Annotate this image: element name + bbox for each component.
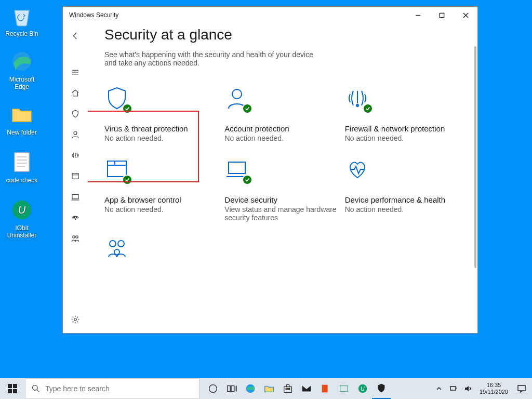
- nav-device-security[interactable]: [65, 187, 86, 207]
- tile-title: Device performance & health: [345, 195, 457, 204]
- family-icon: [104, 236, 134, 265]
- svg-text:U: U: [361, 386, 365, 392]
- iobit-icon: U: [9, 197, 34, 222]
- nav-settings[interactable]: [65, 309, 86, 330]
- desktop-icon-edge[interactable]: Microsoft Edge: [2, 49, 42, 91]
- svg-rect-50: [322, 385, 328, 393]
- svg-rect-43: [231, 386, 234, 392]
- clock-time: 16:35: [480, 382, 508, 389]
- folder-icon: [9, 102, 34, 127]
- maximize-button[interactable]: [430, 7, 454, 23]
- check-badge-icon: [122, 175, 132, 185]
- svg-rect-17: [72, 174, 78, 179]
- nav-firewall[interactable]: [65, 145, 86, 166]
- svg-point-34: [114, 249, 119, 255]
- cortana-button[interactable]: [204, 378, 222, 399]
- svg-point-15: [74, 131, 77, 135]
- clock[interactable]: 16:35 19/11/2020: [476, 382, 511, 395]
- hamburger-button[interactable]: [65, 62, 86, 83]
- taskbar-explorer[interactable]: [260, 378, 278, 399]
- page-subtitle: See what's happening with the security a…: [104, 50, 323, 67]
- desktop-icon-code-check[interactable]: code check: [2, 150, 42, 184]
- tile-title: Virus & threat protection: [104, 124, 216, 133]
- nav-family[interactable]: [65, 228, 86, 249]
- svg-rect-35: [8, 384, 12, 388]
- desktop-icon-new-folder[interactable]: New folder: [2, 102, 42, 136]
- desktop-icon-label: Microsoft Edge: [2, 76, 42, 91]
- taskbar-office[interactable]: [316, 378, 335, 399]
- tile-subtitle: No action needed.: [224, 134, 336, 142]
- tray-network-icon[interactable]: [447, 384, 460, 393]
- svg-point-23: [74, 318, 77, 321]
- svg-point-33: [118, 241, 124, 247]
- svg-point-32: [110, 241, 116, 247]
- taskbar-security[interactable]: [372, 378, 391, 399]
- search-box[interactable]: Type here to search: [25, 378, 200, 399]
- tile-title: Account protection: [224, 124, 336, 133]
- tile-subtitle: No action needed.: [345, 134, 457, 142]
- svg-rect-56: [518, 385, 525, 391]
- desktop-icon-recycle-bin[interactable]: Recycle Bin: [2, 3, 42, 37]
- nav-virus[interactable]: [65, 103, 86, 124]
- svg-line-40: [37, 390, 39, 392]
- nav-device-performance[interactable]: [65, 207, 86, 228]
- tile-app-browser[interactable]: App & browser control No action needed.: [104, 157, 220, 222]
- svg-point-26: [356, 104, 358, 107]
- page-heading: Security at a glance: [104, 26, 461, 43]
- tile-account[interactable]: Account protection No action needed.: [224, 86, 340, 142]
- account-icon: [224, 86, 254, 115]
- desktop-icon-label: Recycle Bin: [2, 30, 42, 37]
- svg-point-39: [33, 385, 38, 391]
- tile-subtitle: No action needed.: [104, 205, 216, 214]
- nav-account[interactable]: [65, 124, 86, 145]
- tile-title: Firewall & network protection: [345, 124, 457, 133]
- system-tray: 16:35 19/11/2020: [431, 378, 532, 399]
- tile-family[interactable]: [104, 236, 220, 265]
- svg-point-21: [73, 236, 75, 238]
- svg-rect-36: [13, 384, 17, 388]
- titlebar[interactable]: Windows Security: [63, 7, 477, 23]
- svg-rect-38: [13, 389, 17, 393]
- tiles-grid: Virus & threat protection No action need…: [104, 86, 461, 265]
- svg-rect-49: [288, 388, 290, 390]
- tile-firewall[interactable]: Firewall & network protection No action …: [345, 86, 461, 142]
- main-content: Security at a glance See what's happenin…: [88, 23, 477, 333]
- nav-home[interactable]: [65, 83, 86, 103]
- recycle-bin-icon: [9, 3, 34, 28]
- tile-device-security[interactable]: Device security View status and manage h…: [224, 157, 340, 222]
- check-badge-icon: [363, 103, 373, 114]
- task-view-button[interactable]: [222, 378, 241, 399]
- taskbar-edge[interactable]: [241, 378, 260, 399]
- text-file-icon: [9, 150, 34, 175]
- check-badge-icon: [122, 103, 132, 114]
- tile-performance[interactable]: Device performance & health No action ne…: [345, 157, 461, 222]
- taskbar-apps: U: [204, 378, 391, 399]
- tray-volume-icon[interactable]: [462, 384, 474, 393]
- svg-point-24: [232, 89, 242, 99]
- tile-subtitle: No action needed.: [345, 205, 457, 214]
- tray-overflow[interactable]: [433, 385, 445, 392]
- scrollbar[interactable]: [473, 46, 477, 331]
- shield-icon: [104, 86, 134, 115]
- nav-app-browser[interactable]: [65, 166, 86, 187]
- start-button[interactable]: [0, 378, 25, 399]
- action-center-button[interactable]: [513, 384, 530, 393]
- taskbar-mail[interactable]: [297, 378, 316, 399]
- svg-rect-19: [72, 195, 78, 199]
- desktop-icon-label: New folder: [2, 129, 42, 136]
- taskbar: Type here to search U 16:35 19/11/2020: [0, 378, 532, 399]
- nav-rail: [63, 23, 88, 333]
- svg-rect-30: [229, 162, 245, 174]
- minimize-button[interactable]: [406, 7, 430, 23]
- windows-security-window: Windows Security Security: [62, 6, 478, 334]
- desktop-icon-iobit[interactable]: U IObit Uninstaller: [2, 197, 42, 240]
- taskbar-iobit[interactable]: U: [353, 378, 372, 399]
- taskbar-app1[interactable]: [335, 378, 353, 399]
- svg-rect-9: [440, 13, 444, 17]
- back-button[interactable]: [65, 25, 86, 46]
- taskbar-store[interactable]: [278, 378, 297, 399]
- svg-rect-42: [228, 386, 231, 392]
- close-button[interactable]: [454, 7, 477, 23]
- window-title: Windows Security: [69, 11, 118, 19]
- tile-virus-threat[interactable]: Virus & threat protection No action need…: [104, 86, 220, 142]
